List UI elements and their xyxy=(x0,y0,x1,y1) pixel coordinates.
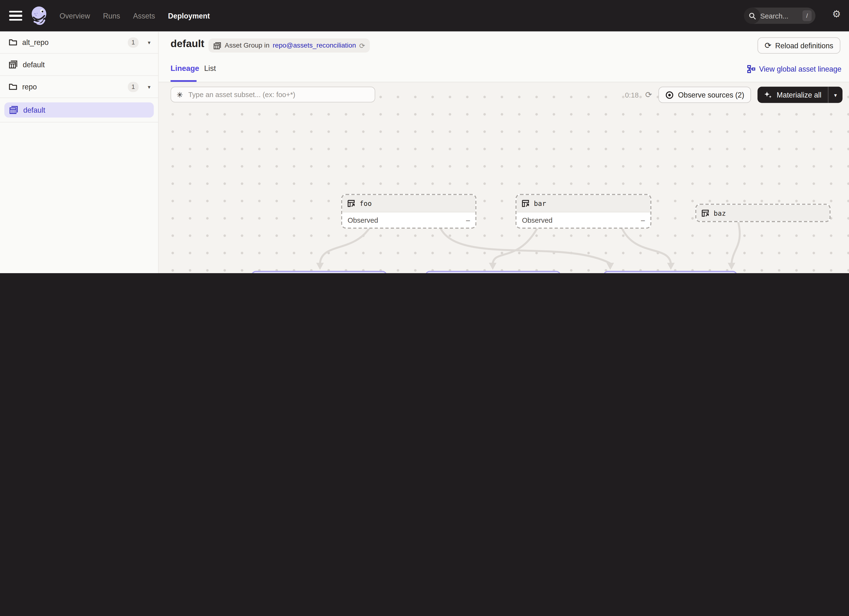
asset-name: foo xyxy=(359,200,372,207)
asset-name: bar xyxy=(534,200,546,207)
folder-icon xyxy=(9,39,17,46)
chevron-down-icon[interactable]: ▾ xyxy=(148,84,150,89)
search-icon xyxy=(744,8,760,24)
asset-subset-filter[interactable]: ✳ xyxy=(170,87,375,102)
materialize-options-caret[interactable]: ▾ xyxy=(828,87,843,103)
dagster-logo-icon[interactable] xyxy=(29,5,49,27)
nav-runs[interactable]: Runs xyxy=(103,12,120,20)
asset-node-baz[interactable]: baz xyxy=(696,204,831,222)
group-name: default xyxy=(23,60,150,69)
sidebar-item-default-selected[interactable]: default xyxy=(4,102,153,118)
nav-deployment[interactable]: Deployment xyxy=(168,12,210,20)
eye-icon xyxy=(666,91,674,99)
tab-list[interactable]: List xyxy=(204,64,216,73)
folder-icon xyxy=(9,83,17,91)
hamburger-menu-icon[interactable] xyxy=(9,11,22,21)
tab-lineage[interactable]: Lineage xyxy=(170,64,199,73)
settings-gear-icon[interactable]: ⚙ xyxy=(832,9,841,19)
observe-sources-button[interactable]: Observe sources (2) xyxy=(658,87,751,103)
count-badge: 1 xyxy=(128,81,139,92)
count-badge: 1 xyxy=(128,37,139,47)
canvas-toolbar: 0:18 ⟳ Observe sources (2) Materialize a… xyxy=(625,87,843,103)
asset-subset-input[interactable] xyxy=(187,90,369,99)
reload-definitions-button[interactable]: ⟳ Reload definitions xyxy=(758,37,840,54)
lineage-edges xyxy=(159,82,849,273)
nav-assets[interactable]: Assets xyxy=(133,12,155,20)
edge-bar-beta xyxy=(493,228,538,263)
refresh-timer: 0:18 xyxy=(625,91,639,99)
repo-name: repo xyxy=(22,83,123,91)
page-header: default Asset Group in repo@assets_recon… xyxy=(159,31,849,60)
repo-location-link[interactable]: repo@assets_reconciliation xyxy=(273,42,356,49)
source-asset-icon xyxy=(521,200,530,207)
view-tabs: Lineage List View global asset lineage xyxy=(159,60,849,82)
asset-node-alpha[interactable]: alpha Latest Run – Never materialized xyxy=(251,271,387,273)
page-title: default xyxy=(170,38,204,50)
edge-bar-delta xyxy=(622,228,671,263)
asset-node-delta[interactable]: delta Latest Run – Never materialized xyxy=(603,271,737,273)
asset-group-icon xyxy=(213,42,222,50)
materialize-all-button[interactable]: Materialize all xyxy=(758,87,828,103)
nav-overview[interactable]: Overview xyxy=(60,12,90,20)
edge-foo-alpha xyxy=(320,228,370,263)
source-asset-icon xyxy=(701,209,709,217)
chevron-down-icon[interactable]: ▾ xyxy=(148,39,150,45)
asset-name: baz xyxy=(713,209,726,217)
refresh-icon[interactable]: ⟳ xyxy=(359,42,365,50)
asset-node-foo[interactable]: foo Observed – xyxy=(341,194,477,228)
repo-name: alt_repo xyxy=(22,38,123,46)
edge-foo-delta xyxy=(440,228,610,263)
asset-node-bar[interactable]: bar Observed – xyxy=(515,194,651,228)
sidebar-item-alt-repo[interactable]: alt_repo 1 ▾ xyxy=(0,31,158,54)
asset-group-icon xyxy=(9,106,18,114)
reload-icon: ⟳ xyxy=(764,40,771,51)
top-nav: Overview Runs Assets Deployment Search..… xyxy=(0,0,849,31)
edge-baz-delta xyxy=(731,221,740,263)
lineage-canvas[interactable]: ✳ 0:18 ⟳ Observe sources (2) Materi xyxy=(159,82,849,273)
materialize-all-split-button: Materialize all ▾ xyxy=(758,87,843,103)
repo-sidebar: alt_repo 1 ▾ default repo 1 ▾ xyxy=(0,31,159,273)
app-window: Overview Runs Assets Deployment Search..… xyxy=(0,0,849,273)
primary-nav: Overview Runs Assets Deployment xyxy=(60,12,210,20)
refresh-icon[interactable]: ⟳ xyxy=(645,90,652,100)
active-tab-indicator xyxy=(170,80,197,82)
sidebar-item-default-altrepo[interactable]: default xyxy=(0,54,158,76)
sidebar-item-repo[interactable]: repo 1 ▾ xyxy=(0,76,158,98)
group-name: default xyxy=(23,106,45,114)
search-placeholder: Search... xyxy=(760,12,788,20)
op-selector-icon: ✳ xyxy=(176,91,183,98)
view-global-asset-lineage-link[interactable]: View global asset lineage xyxy=(747,65,842,73)
asset-node-beta[interactable]: beta Latest Run – Never materialized xyxy=(425,271,561,273)
source-asset-icon xyxy=(347,200,355,207)
asset-group-badge: Asset Group in repo@assets_reconciliatio… xyxy=(209,39,370,53)
sparkle-icon xyxy=(764,91,772,99)
asset-group-icon xyxy=(9,60,18,69)
global-search[interactable]: Search... / xyxy=(744,8,816,24)
search-shortcut-badge: / xyxy=(803,10,812,21)
badge-prefix: Asset Group in xyxy=(225,42,270,49)
lineage-graph-icon xyxy=(747,65,755,73)
